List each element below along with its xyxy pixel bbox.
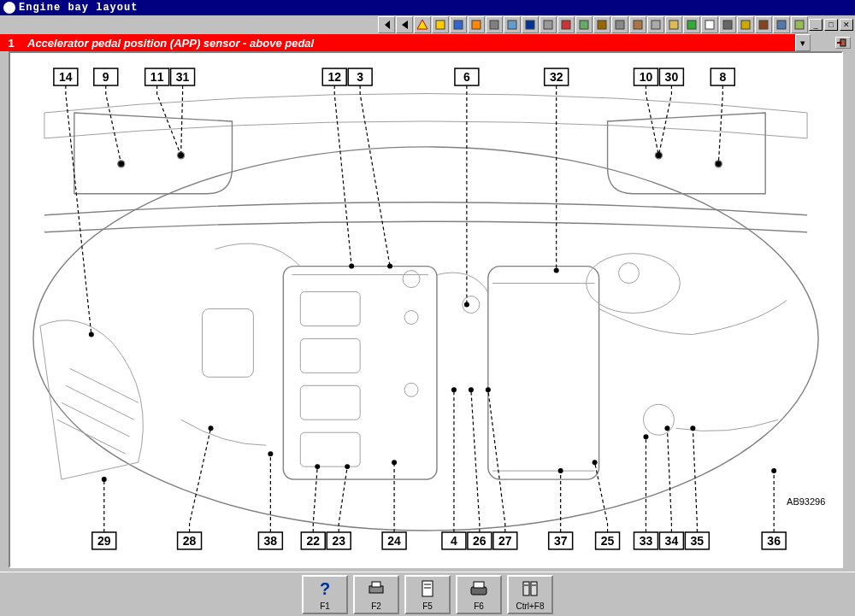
wrench-icon bbox=[614, 19, 626, 31]
close-button[interactable]: ✕ bbox=[840, 19, 853, 31]
fkey-f5-button[interactable]: F5 bbox=[404, 575, 451, 614]
eng-icon bbox=[506, 19, 518, 31]
toolbar-elec-button[interactable] bbox=[683, 16, 700, 33]
callout-label-22: 22 bbox=[306, 534, 320, 548]
toolbar-key-button[interactable] bbox=[737, 16, 754, 33]
callout-label-38: 38 bbox=[264, 534, 278, 548]
svg-rect-20 bbox=[795, 21, 804, 29]
inner-close-button[interactable] bbox=[835, 37, 851, 49]
leader-11 bbox=[157, 85, 181, 155]
fkey-label: F1 bbox=[320, 601, 330, 611]
callout-label-28: 28 bbox=[183, 534, 197, 548]
svg-point-22 bbox=[33, 147, 818, 531]
callout-label-35: 35 bbox=[691, 534, 705, 548]
callout-label-33: 33 bbox=[640, 534, 653, 548]
toolbar-trans-button[interactable] bbox=[540, 16, 557, 33]
toolbar-pump-button[interactable] bbox=[593, 16, 610, 33]
svg-rect-76 bbox=[422, 581, 433, 596]
svg-rect-39 bbox=[488, 267, 599, 479]
toolbar-sdoc-button[interactable] bbox=[701, 16, 718, 33]
svg-rect-15 bbox=[705, 21, 714, 29]
svg-rect-10 bbox=[616, 21, 624, 29]
rect-b-icon bbox=[452, 19, 464, 31]
component-index: 1 bbox=[0, 34, 22, 51]
leader-14 bbox=[66, 85, 91, 334]
toolbar-prev-button[interactable] bbox=[396, 16, 413, 33]
toolbar-belt-button[interactable] bbox=[629, 16, 646, 33]
toolbar-print-button[interactable] bbox=[719, 16, 736, 33]
leader-34 bbox=[667, 428, 671, 532]
leader-12 bbox=[334, 85, 351, 267]
toolbar-dot-b-button[interactable] bbox=[522, 16, 539, 33]
diagram-ref-id: AB93296 bbox=[787, 496, 825, 507]
toolbar-susp-button[interactable] bbox=[575, 16, 593, 33]
svg-point-56 bbox=[656, 153, 661, 158]
toolbar-eng-button[interactable] bbox=[504, 16, 521, 33]
trans-icon bbox=[542, 19, 554, 31]
maximize-button[interactable]: □ bbox=[824, 19, 838, 31]
toolbar-oval-o-button[interactable] bbox=[468, 16, 485, 33]
leader-28 bbox=[190, 428, 211, 532]
fkey-f2-button[interactable]: F2 bbox=[353, 575, 399, 614]
callout-label-32: 32 bbox=[550, 70, 563, 84]
svg-point-63 bbox=[392, 460, 397, 465]
svg-rect-7 bbox=[562, 21, 570, 29]
fkey-label: Ctrl+F8 bbox=[516, 601, 544, 611]
susp-icon bbox=[578, 19, 590, 31]
leader-26 bbox=[471, 390, 480, 532]
callout-label-25: 25 bbox=[601, 534, 615, 548]
callout-label-12: 12 bbox=[327, 70, 341, 84]
svg-point-36 bbox=[403, 271, 420, 288]
print-icon bbox=[722, 19, 734, 31]
fkey-f1-button[interactable]: ?F1 bbox=[302, 575, 348, 614]
toolbar-car-button[interactable] bbox=[557, 16, 575, 33]
elec-icon bbox=[686, 19, 698, 31]
svg-point-52 bbox=[387, 264, 392, 269]
toolbar-diag-button[interactable] bbox=[791, 16, 808, 33]
svg-point-50 bbox=[179, 153, 184, 158]
minimize-button[interactable]: _ bbox=[809, 19, 823, 31]
svg-rect-4 bbox=[508, 21, 516, 29]
pump-icon bbox=[596, 19, 608, 31]
toolbar-part-button[interactable] bbox=[665, 16, 682, 33]
oval-o-icon bbox=[470, 19, 482, 31]
svg-rect-81 bbox=[523, 582, 529, 595]
svg-point-42 bbox=[587, 254, 681, 314]
fkey-f6-button[interactable]: F6 bbox=[456, 575, 502, 614]
svg-line-29 bbox=[62, 402, 130, 437]
fkey-ctrl-f8-button[interactable]: Ctrl+F8 bbox=[507, 575, 553, 614]
svg-point-65 bbox=[469, 387, 474, 392]
svg-point-37 bbox=[404, 310, 418, 324]
toolbar-wrench-button[interactable] bbox=[611, 16, 628, 33]
svg-point-60 bbox=[268, 451, 273, 456]
prev-icon bbox=[398, 19, 410, 31]
svg-line-28 bbox=[66, 385, 134, 419]
fkey-label: F5 bbox=[422, 601, 433, 611]
toolbar-book-button[interactable] bbox=[755, 16, 772, 33]
svg-point-68 bbox=[593, 460, 598, 465]
svg-rect-6 bbox=[544, 21, 552, 29]
callout-label-26: 26 bbox=[473, 534, 486, 548]
toolbar-gear-button[interactable] bbox=[486, 16, 503, 33]
component-dropdown-button[interactable]: ▾ bbox=[795, 34, 811, 51]
engine-bay-diagram: 149113112363210308 292838222324426273725… bbox=[10, 53, 841, 566]
main-toolbar: _ □ ✕ bbox=[0, 15, 855, 34]
callout-label-31: 31 bbox=[176, 70, 190, 84]
toolbar-rect-y-button[interactable] bbox=[432, 16, 449, 33]
diag-icon bbox=[793, 19, 805, 31]
fkey-label: F2 bbox=[371, 601, 381, 611]
toolbar-first-button[interactable] bbox=[378, 16, 395, 33]
svg-rect-11 bbox=[634, 21, 642, 29]
toolbar-rect-b-button[interactable] bbox=[450, 16, 467, 33]
book-icon bbox=[758, 19, 770, 31]
toolbar-abs-button[interactable] bbox=[773, 16, 790, 33]
callout-label-4: 4 bbox=[451, 534, 457, 548]
svg-point-48 bbox=[119, 161, 124, 167]
toolbar-warn-button[interactable] bbox=[414, 16, 431, 33]
toolbar-clip-button[interactable] bbox=[647, 16, 664, 33]
svg-point-64 bbox=[451, 387, 457, 392]
svg-point-69 bbox=[643, 434, 648, 439]
clip-icon bbox=[650, 19, 662, 31]
svg-rect-16 bbox=[723, 21, 732, 29]
callout-label-27: 27 bbox=[498, 534, 512, 548]
